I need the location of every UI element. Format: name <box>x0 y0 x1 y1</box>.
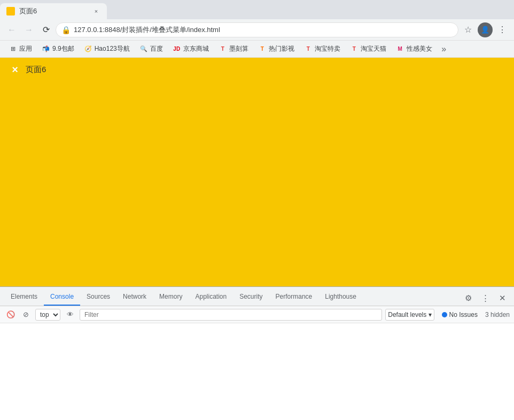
devtools-tab-sources[interactable]: Sources <box>80 289 116 306</box>
back-button[interactable]: ← <box>4 22 19 37</box>
devtools-tab-console[interactable]: Console <box>44 289 80 306</box>
devtools-actions: ⚙ ⋮ ✕ <box>461 291 510 306</box>
moji-icon: T <box>219 45 227 53</box>
bookmark-99mail[interactable]: 📬 9.9包邮 <box>37 43 79 56</box>
lock-icon: 🔒 <box>61 26 71 34</box>
console-clear-button[interactable]: 🚫 <box>4 308 17 321</box>
console-toolbar: 🚫 ⊘ top 👁 Default levels ▾ No Issues 3 h… <box>0 306 514 323</box>
no-issues-label: No Issues <box>449 311 478 318</box>
page-close-button[interactable]: × <box>9 63 21 76</box>
tab-bar: 页面6 × <box>0 0 514 19</box>
bookmark-meitui[interactable]: M 性感美女 <box>392 43 437 56</box>
bookmark-baidu-label: 百度 <box>150 44 163 53</box>
devtools-settings-button[interactable]: ⚙ <box>461 291 476 306</box>
page-title: 页面6 <box>26 65 46 75</box>
hotmovie-icon: T <box>258 45 267 53</box>
bookmark-99mail-label: 9.9包邮 <box>52 44 74 53</box>
tab-favicon <box>6 7 15 15</box>
devtools-tab-lighthouse[interactable]: Lighthouse <box>318 289 363 306</box>
bookmarks-more-button[interactable]: » <box>438 43 450 56</box>
jd-icon: JD <box>173 45 181 53</box>
devtools-tab-memory[interactable]: Memory <box>153 289 189 306</box>
bookmark-baidu[interactable]: 🔍 百度 <box>135 43 167 56</box>
bookmark-meitui-label: 性感美女 <box>407 44 432 53</box>
bookmark-hotmovie-label: 热门影视 <box>269 44 294 53</box>
devtools-tab-performance[interactable]: Performance <box>269 289 319 306</box>
devtools-tab-security[interactable]: Security <box>233 289 269 306</box>
console-levels-selector[interactable]: Default levels ▾ <box>385 309 434 321</box>
bookmark-hotmovie[interactable]: T 热门影视 <box>254 43 299 56</box>
baidu-icon: 🔍 <box>139 45 148 53</box>
devtools-tab-elements[interactable]: Elements <box>4 289 44 306</box>
bookmarks-bar: ⊞ 应用 📬 9.9包邮 🧭 Hao123导航 🔍 百度 JD 京东商城 T 墨… <box>0 41 514 58</box>
console-eye-button[interactable]: 👁 <box>64 308 76 321</box>
apps-icon: ⊞ <box>9 45 17 53</box>
url-text: 127.0.0.1:8848/封装插件/堆叠式菜单/index.html <box>74 25 453 35</box>
chrome-menu-button[interactable]: ⋮ <box>495 22 510 37</box>
meitui-icon: M <box>396 45 404 53</box>
bookmark-taobao-tmall[interactable]: T 淘宝天猫 <box>346 43 391 56</box>
no-issues-indicator[interactable]: No Issues <box>438 311 482 318</box>
console-filter-toggle[interactable]: ⊘ <box>19 308 32 321</box>
taobao-sale-icon: T <box>304 45 313 53</box>
bookmark-hao123-label: Hao123导航 <box>95 44 130 53</box>
console-context-select[interactable]: top <box>35 309 60 321</box>
devtools-panel: Elements Console Sources Network Memory … <box>0 286 514 420</box>
browser-tab[interactable]: 页面6 × <box>0 3 107 19</box>
reload-button[interactable]: ⟳ <box>38 22 53 37</box>
forward-button[interactable]: → <box>21 22 36 37</box>
console-levels-label: Default levels ▾ <box>388 311 431 318</box>
bookmark-hao123[interactable]: 🧭 Hao123导航 <box>80 43 134 56</box>
console-filter-input[interactable] <box>80 309 382 321</box>
devtools-tab-bar: Elements Console Sources Network Memory … <box>0 287 514 306</box>
taobao-tmall-icon: T <box>350 45 359 53</box>
address-bar[interactable]: 🔒 127.0.0.1:8848/封装插件/堆叠式菜单/index.html <box>56 22 458 37</box>
devtools-more-button[interactable]: ⋮ <box>478 291 493 306</box>
bookmark-moji-label: 墨刻算 <box>229 44 248 53</box>
issues-dot <box>442 312 447 317</box>
bookmark-taobao-sale-label: 淘宝特卖 <box>315 44 340 53</box>
tab-title: 页面6 <box>19 6 88 16</box>
profile-button[interactable]: 👤 <box>478 22 493 37</box>
hidden-count: 3 hidden <box>485 311 510 318</box>
bookmark-apps-label: 应用 <box>19 44 32 53</box>
bookmark-apps[interactable]: ⊞ 应用 <box>4 43 36 56</box>
mail-icon: 📬 <box>42 45 50 53</box>
bookmark-moji[interactable]: T 墨刻算 <box>214 43 253 56</box>
console-icons: 🚫 ⊘ <box>4 308 32 321</box>
navigation-bar: ← → ⟳ 🔒 127.0.0.1:8848/封装插件/堆叠式菜单/index.… <box>0 19 514 41</box>
page-header: × 页面6 <box>0 58 514 81</box>
hao123-icon: 🧭 <box>84 45 92 53</box>
tab-close-button[interactable]: × <box>92 7 100 15</box>
bookmark-star-button[interactable]: ☆ <box>461 22 476 37</box>
console-content <box>0 323 514 420</box>
browser-frame: 页面6 × ← → ⟳ 🔒 127.0.0.1:8848/封装插件/堆叠式菜单/… <box>0 0 514 420</box>
bookmark-taobao-tmall-label: 淘宝天猫 <box>361 44 386 53</box>
bookmark-taobao-sale[interactable]: T 淘宝特卖 <box>300 43 345 56</box>
devtools-close-button[interactable]: ✕ <box>495 291 510 306</box>
page-content: × 页面6 <box>0 58 514 286</box>
bookmark-jd[interactable]: JD 京东商城 <box>168 43 213 56</box>
devtools-tab-network[interactable]: Network <box>116 289 153 306</box>
devtools-tab-application[interactable]: Application <box>189 289 233 306</box>
bookmark-jd-label: 京东商城 <box>183 44 209 53</box>
